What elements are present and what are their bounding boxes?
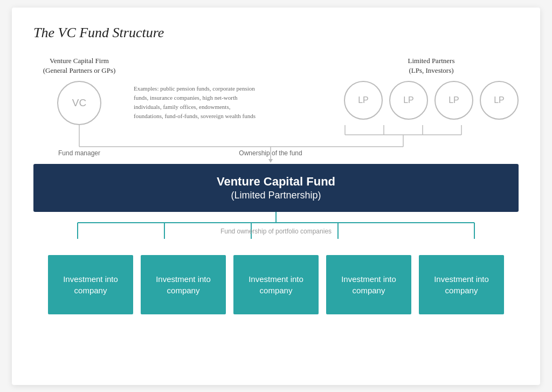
- svg-marker-12: [268, 159, 273, 163]
- lp-circle-1: LP: [344, 81, 383, 120]
- lp-circles-row: LP LP LP LP: [344, 81, 519, 120]
- company-box-1: Investment into company: [48, 255, 133, 314]
- top-connectors-svg: Fund manager Ownership of the fund: [33, 125, 519, 164]
- svg-text:Fund ownership of portfolio co: Fund ownership of portfolio companies: [220, 228, 332, 235]
- lp-circle-2: LP: [389, 81, 428, 120]
- fund-bar: Venture Capital Fund (Limited Partnershi…: [33, 164, 519, 212]
- vc-section: Venture Capital Firm (General Partners o…: [33, 56, 125, 125]
- bottom-connectors-svg: Fund ownership of portfolio companies: [33, 212, 519, 255]
- page-title: The VC Fund Structure: [33, 25, 519, 41]
- fund-title: Venture Capital Fund: [33, 175, 519, 189]
- vc-circle: VC: [57, 81, 101, 125]
- svg-text:Fund manager: Fund manager: [58, 149, 100, 157]
- company-box-2: Investment into company: [141, 255, 226, 314]
- lp-circle-3: LP: [434, 81, 473, 120]
- fund-subtitle: (Limited Partnership): [33, 190, 519, 201]
- main-card: The VC Fund Structure Venture Capital Fi…: [12, 8, 540, 385]
- company-box-4: Investment into company: [326, 255, 411, 314]
- examples-text: Examples: public pension funds, corporat…: [125, 56, 265, 121]
- lp-section: Limited Partners (LPs, Investors) LP LP …: [344, 56, 519, 120]
- lp-label: Limited Partners (LPs, Investors): [408, 56, 454, 75]
- companies-row: Investment into company Investment into …: [33, 255, 519, 314]
- company-box-5: Investment into company: [419, 255, 504, 314]
- company-box-3: Investment into company: [233, 255, 319, 314]
- vc-label: Venture Capital Firm (General Partners o…: [43, 56, 116, 75]
- lp-circle-4: LP: [480, 81, 519, 120]
- bottom-section: Fund ownership of portfolio companies In…: [33, 212, 519, 314]
